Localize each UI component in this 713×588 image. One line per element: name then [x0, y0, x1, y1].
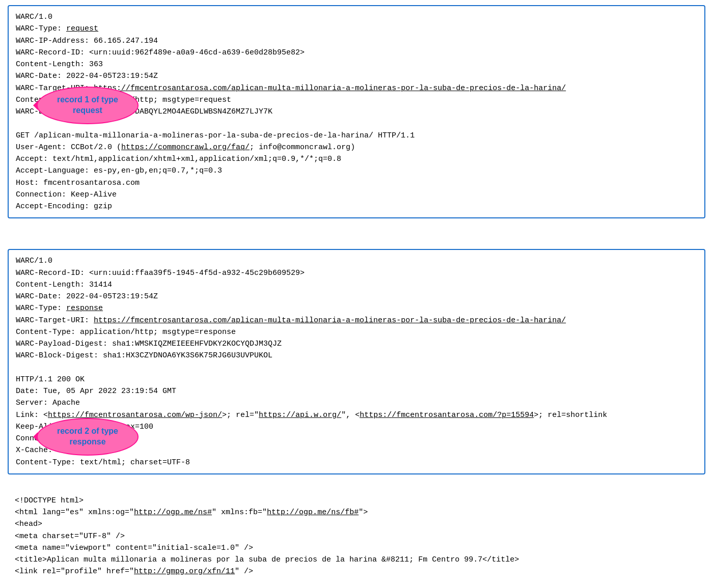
- record-line: <link rel="profile" href="http://gmpg.or…: [15, 566, 698, 577]
- record-line: WARC-Record-ID: <urn:uuid:ffaa39f5-1945-…: [16, 267, 697, 279]
- blank-line: [16, 362, 697, 374]
- record-line: WARC-Block-Digest: sha1:HX3CZYDNOA6YK3S6…: [16, 350, 697, 361]
- warc-target-uri-2: https://fmcentrosantarosa.com/aplican-mu…: [94, 316, 566, 325]
- record-1-body-lines: GET /aplican-multa-millonaria-a-molinera…: [16, 130, 697, 213]
- record-line: GET /aplican-multa-millonaria-a-molinera…: [16, 130, 697, 142]
- record-line: WARC-Type: request: [16, 23, 697, 35]
- record-line: <html lang="es" xmlns:og="http://ogp.me/…: [15, 507, 698, 518]
- warc-type-value-2: response: [66, 304, 103, 313]
- record-line: Accept-Encoding: gzip: [16, 201, 697, 212]
- xmlns-og: http://ogp.me/ns#: [134, 508, 212, 517]
- warc-target-uri: https://fmcentrosantarosa.com/aplican-mu…: [94, 84, 566, 93]
- link-api-w: https://api.w.org/: [259, 411, 341, 419]
- link-shortlink: https://fmcentrosantarosa.com/?p=15594: [360, 411, 534, 419]
- record-2-block: WARC/1.0 WARC-Record-ID: <urn:uuid:ffaa3…: [8, 249, 705, 474]
- warc-type-value: request: [66, 24, 98, 33]
- record-line: Link: <https://fmcentrosantarosa.com/wp-…: [16, 409, 697, 421]
- link-profile-href: http://gmpg.org/xfn/11: [134, 567, 235, 576]
- record-line: WARC-Record-ID: <urn:uuid:962f489e-a0a9-…: [16, 47, 697, 59]
- user-agent-url: https://commoncrawl.org/faq/: [121, 143, 250, 152]
- record-2-header-lines: WARC/1.0 WARC-Record-ID: <urn:uuid:ffaa3…: [16, 255, 697, 361]
- record-line: Connection: Keep-Alive: [16, 189, 697, 201]
- record-line: WARC/1.0: [16, 255, 697, 267]
- record-line: Content-Length: 363: [16, 59, 697, 70]
- annotation-record-1: record 1 of typerequest: [37, 87, 139, 124]
- record-2-body-lines: HTTP/1.1 200 OK Date: Tue, 05 Apr 2022 2…: [16, 374, 697, 468]
- record-line: WARC-Date: 2022-04-05T23:19:54Z: [16, 70, 697, 82]
- record-line: <title>Aplican multa millonaria a moline…: [15, 554, 698, 566]
- record-line: Content-Length: 31414: [16, 279, 697, 291]
- record-line: WARC/1.0: [16, 11, 697, 23]
- record-line: HTTP/1.1 200 OK: [16, 374, 697, 385]
- record-line: WARC-Target-URI: https://fmcentrosantaro…: [16, 315, 697, 326]
- record-line: WARC-IP-Address: 66.165.247.194: [16, 35, 697, 47]
- record-line: Content-Type: text/html; charset=UTF-8: [16, 457, 697, 468]
- record-line: Date: Tue, 05 Apr 2022 23:19:54 GMT: [16, 385, 697, 397]
- annotation-record-2: record 2 of typeresponse: [37, 418, 139, 456]
- record-line: Content-Type: application/http; msgtype=…: [16, 326, 697, 338]
- record-line: WARC-Payload-Digest: sha1:WMSKIQZMEIEEEH…: [16, 338, 697, 350]
- record-line: <meta name="viewport" content="initial-s…: [15, 542, 698, 554]
- section-gap: [8, 234, 705, 249]
- record-line: <meta charset="UTF-8" />: [15, 530, 698, 542]
- record-line: <!DOCTYPE html>: [15, 495, 698, 507]
- record-line: WARC-Date: 2022-04-05T23:19:54Z: [16, 291, 697, 302]
- xmlns-fb: http://ogp.me/ns/fb#: [267, 508, 359, 517]
- record-line: Server: Apache: [16, 397, 697, 409]
- record-line: User-Agent: CCBot/2.0 (https://commoncra…: [16, 142, 697, 153]
- record-line: Accept: text/html,application/xhtml+xml,…: [16, 153, 697, 165]
- record-line: WARC-Type: response: [16, 302, 697, 314]
- record-1-block: WARC/1.0 WARC-Type: request WARC-IP-Addr…: [8, 5, 705, 218]
- link-wp-json: https://fmcentrosantarosa.com/wp-json/: [48, 411, 222, 419]
- record-line: Accept-Language: es-py,en-gb,en;q=0.7,*;…: [16, 165, 697, 177]
- bottom-content: <!DOCTYPE html> <html lang="es" xmlns:og…: [8, 490, 705, 583]
- record-line: Host: fmcentrosantarosa.com: [16, 177, 697, 189]
- record-line: <head>: [15, 518, 698, 530]
